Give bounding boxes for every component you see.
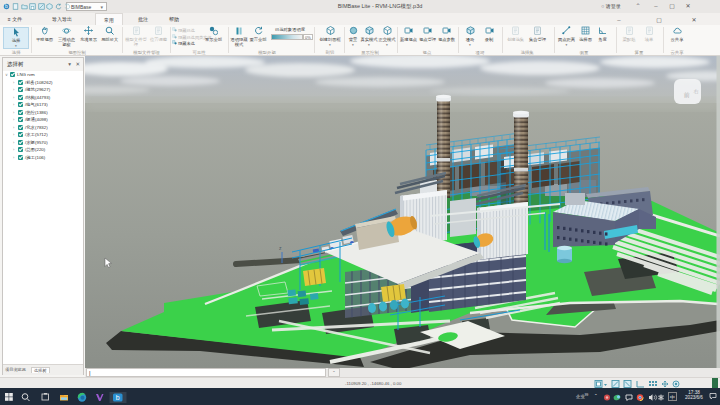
svg-text:b: b [116, 394, 120, 401]
svg-text:右: 右 [694, 88, 699, 94]
svg-text:前: 前 [683, 92, 690, 98]
svg-text:b: b [5, 3, 8, 9]
